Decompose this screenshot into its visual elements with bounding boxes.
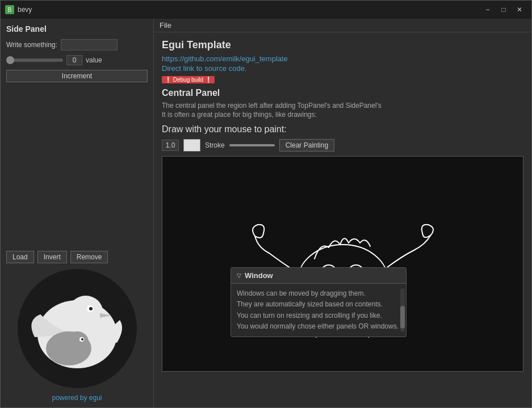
- floating-window-header[interactable]: ▽ Window: [231, 268, 406, 284]
- floating-window-body: Windows can be moved by dragging them. T…: [231, 284, 406, 337]
- write-label: Write something:: [6, 41, 57, 49]
- value-slider[interactable]: [6, 58, 63, 62]
- color-swatch[interactable]: [183, 139, 200, 152]
- window-text3: You can turn on resizing and scrolling i…: [237, 310, 400, 321]
- value-label: value: [86, 56, 102, 64]
- close-button[interactable]: ✕: [512, 4, 527, 15]
- slider-row: 0 value: [6, 55, 148, 65]
- window-controls: − □ ✕: [480, 4, 527, 15]
- menu-bar: File: [154, 19, 531, 32]
- egui-title: Egui Template: [162, 39, 523, 51]
- source-link[interactable]: Direct link to source code.: [162, 64, 523, 73]
- desc2: It is often a great place for big things…: [162, 111, 523, 119]
- stroke-size-value: 1.0: [162, 140, 179, 151]
- bevy-logo: [18, 269, 137, 388]
- bottom-buttons: Load Invert Remove: [6, 251, 148, 263]
- app-title: bevy: [18, 6, 480, 14]
- panel-content: Egui Template https://github.com/emilk/e…: [154, 32, 531, 407]
- content-area: Side Panel Write something: 0 value Incr…: [1, 19, 531, 407]
- svg-point-7: [81, 338, 83, 340]
- draw-title: Draw with your mouse to paint:: [162, 124, 523, 134]
- title-bar: B bevy − □ ✕: [1, 1, 531, 19]
- main-window: B bevy − □ ✕ Side Panel Write something:…: [0, 0, 532, 408]
- write-input[interactable]: [61, 39, 118, 51]
- file-menu[interactable]: File: [160, 21, 171, 30]
- svg-point-5: [66, 331, 89, 352]
- draw-controls: 1.0 Stroke Clear Painting: [162, 139, 523, 152]
- side-panel: Side Panel Write something: 0 value Incr…: [1, 19, 154, 407]
- clear-painting-button[interactable]: Clear Painting: [279, 139, 334, 152]
- stroke-slider[interactable]: [229, 144, 275, 146]
- floating-window-title: Window: [245, 271, 273, 280]
- desc1: The central panel the region left after …: [162, 102, 523, 110]
- scrollbar-thumb: [400, 306, 405, 329]
- invert-button[interactable]: Invert: [37, 251, 67, 263]
- github-link[interactable]: https://github.com/emilk/egui_template: [162, 54, 523, 63]
- slider-value: 0: [66, 55, 82, 65]
- svg-point-1: [69, 296, 103, 327]
- side-panel-title: Side Panel: [6, 24, 148, 33]
- main-panel: File Egui Template https://github.com/em…: [154, 19, 531, 407]
- collapse-icon: ▽: [237, 272, 241, 279]
- write-row: Write something:: [6, 39, 148, 51]
- stroke-label: Stroke: [205, 141, 225, 149]
- minimize-button[interactable]: −: [480, 4, 495, 15]
- increment-button[interactable]: Increment: [6, 70, 148, 82]
- powered-by-link[interactable]: powered by egui: [6, 394, 148, 402]
- load-button[interactable]: Load: [6, 251, 34, 263]
- debug-badge: ❕ Debug build ❕: [162, 76, 215, 83]
- svg-point-3: [89, 307, 93, 310]
- central-title: Central Panel: [162, 88, 523, 98]
- window-text2: They are automatically sized based on co…: [237, 299, 400, 310]
- remove-button[interactable]: Remove: [70, 251, 108, 263]
- floating-window[interactable]: ▽ Window Windows can be moved by draggin…: [231, 267, 407, 337]
- floating-scrollbar[interactable]: [400, 288, 405, 332]
- painting-canvas[interactable]: ▽ Window Windows can be moved by draggin…: [162, 156, 523, 372]
- maximize-button[interactable]: □: [496, 4, 511, 15]
- window-text4: You would normally chose either panels O…: [237, 321, 400, 332]
- app-icon: B: [5, 5, 14, 14]
- window-text1: Windows can be moved by dragging them.: [237, 288, 400, 299]
